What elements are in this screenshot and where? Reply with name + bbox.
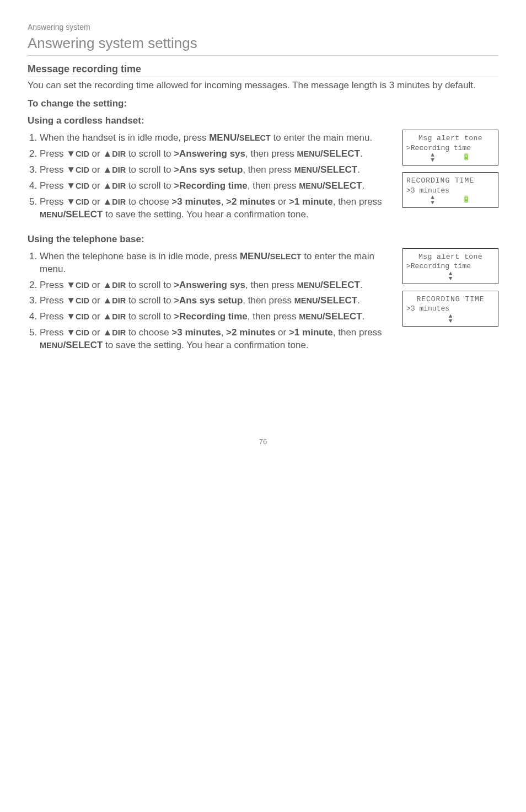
up-dir-key: ▲DIR: [103, 148, 126, 159]
text: When the handset is in idle mode, press: [40, 132, 209, 143]
text: to choose: [126, 327, 171, 338]
text: , then press: [243, 295, 294, 306]
text: to scroll to: [126, 148, 174, 159]
text: or: [89, 295, 103, 306]
text: , then press: [248, 311, 299, 322]
screen-line: Msg alert tone: [406, 133, 495, 143]
handset-step-5: Press ▼CID or ▲DIR to choose >3 minutes,…: [40, 196, 397, 221]
text: Press: [40, 295, 66, 306]
updown-arrow-icon: ▲ ▼: [431, 195, 434, 205]
text: , then press: [248, 180, 299, 191]
down-cid-key: ▼CID: [66, 164, 89, 175]
text: Press: [40, 196, 66, 207]
up-dir-key: ▲DIR: [103, 311, 126, 322]
ans-sys-setup-option: >Ans sys setup: [174, 164, 243, 175]
option-3min: >3 minutes: [171, 196, 221, 207]
text: to save the setting. You hear a confirma…: [103, 209, 308, 220]
base-step-1: When the telephone base is in idle mode,…: [40, 250, 397, 276]
down-cid-key: ▼CID: [66, 196, 89, 207]
text: Press: [40, 280, 66, 290]
section-heading: Message recording time: [28, 62, 498, 77]
page-number: 76: [28, 437, 498, 447]
text: , then press: [245, 148, 297, 159]
text: or: [89, 280, 103, 290]
handset-step-2: Press ▼CID or ▲DIR to scroll to >Answeri…: [40, 148, 397, 161]
handset-steps-list: When the handset is in idle mode, press …: [28, 132, 397, 221]
to-change-label: To change the setting:: [28, 98, 498, 110]
recording-time-option: >Recording time: [174, 311, 248, 322]
using-handset-label: Using a cordless handset:: [28, 115, 498, 127]
down-cid-key: ▼CID: [66, 295, 89, 306]
text: to scroll to: [126, 295, 174, 306]
option-3min: >3 minutes: [171, 327, 221, 338]
text: or: [89, 196, 103, 207]
using-base-label: Using the telephone base:: [28, 233, 498, 246]
text: .: [357, 164, 360, 175]
base-steps-list: When the telephone base is in idle mode,…: [28, 250, 397, 352]
text: .: [357, 295, 360, 306]
option-1min: >1 minute: [289, 327, 333, 338]
option-1min: >1 minute: [289, 196, 333, 207]
down-cid-key: ▼CID: [66, 180, 89, 191]
down-cid-key: ▼CID: [66, 311, 89, 322]
menu-select-key: MENU/SELECT: [240, 251, 302, 261]
menu-select-key: MENU/SELECT: [40, 340, 103, 350]
answering-sys-option: >Answering sys: [174, 148, 245, 159]
menu-select-key: MENU/SELECT: [297, 148, 360, 159]
text: Press: [40, 327, 66, 338]
updown-arrow-icon: ▲ ▼: [449, 271, 453, 281]
screen-line: RECORDING TIME: [406, 295, 495, 304]
ans-sys-setup-option: >Ans sys setup: [174, 295, 243, 306]
menu-select-key: MENU/SELECT: [40, 209, 103, 220]
handset-step-3: Press ▼CID or ▲DIR to scroll to >Ans sys…: [40, 164, 397, 177]
menu-select-key: MENU/SELECT: [299, 311, 362, 322]
text: Press: [40, 311, 66, 322]
menu-select-key: MENU/SELECT: [209, 132, 271, 143]
text: or: [89, 327, 103, 338]
text: , then press: [243, 164, 294, 175]
updown-arrow-icon: ▲ ▼: [449, 314, 453, 324]
base-step-4: Press ▼CID or ▲DIR to scroll to >Recordi…: [40, 311, 397, 323]
handset-screen-1: Msg alert tone >Recording time ▲ ▼ 🔋: [402, 130, 498, 165]
base-step-2: Press ▼CID or ▲DIR to scroll to >Answeri…: [40, 279, 397, 292]
handset-step-1: When the handset is in idle mode, press …: [40, 132, 397, 145]
up-dir-key: ▲DIR: [103, 196, 126, 207]
text: , then press: [245, 280, 297, 290]
menu-select-key: MENU/SELECT: [297, 280, 360, 290]
menu-select-key: MENU/SELECT: [294, 164, 357, 175]
base-step-3: Press ▼CID or ▲DIR to scroll to >Ans sys…: [40, 295, 397, 307]
text: to choose: [126, 196, 171, 207]
text: to scroll to: [126, 164, 174, 175]
text: .: [360, 280, 363, 290]
text: or: [89, 148, 103, 159]
text: .: [362, 311, 365, 322]
text: or: [275, 196, 289, 207]
menu-select-key: MENU/SELECT: [294, 295, 357, 306]
battery-icon: 🔋: [462, 195, 470, 205]
battery-icon: 🔋: [462, 153, 470, 163]
up-dir-key: ▲DIR: [103, 280, 126, 290]
breadcrumb: Answering system: [28, 22, 498, 33]
screen-line: >3 minutes: [406, 186, 495, 196]
updown-arrow-icon: ▲ ▼: [431, 153, 434, 163]
up-dir-key: ▲DIR: [103, 164, 126, 175]
down-cid-key: ▼CID: [66, 148, 89, 159]
text: to scroll to: [126, 311, 174, 322]
down-cid-key: ▼CID: [66, 327, 89, 338]
base-step-5: Press ▼CID or ▲DIR to choose >3 minutes,…: [40, 327, 397, 352]
text: or: [89, 164, 103, 175]
handset-screen-2: RECORDING TIME >3 minutes ▲ ▼ 🔋: [402, 172, 498, 208]
text: Press: [40, 180, 66, 191]
screen-line: Msg alert tone: [406, 252, 495, 262]
handset-step-4: Press ▼CID or ▲DIR to scroll to >Recordi…: [40, 180, 397, 193]
screen-line: RECORDING TIME: [406, 176, 495, 186]
text: to save the setting. You hear a confirma…: [103, 340, 308, 350]
text: , then press: [333, 327, 382, 338]
text: Press: [40, 148, 66, 159]
text: .: [362, 180, 365, 191]
intro-text: You can set the recording time allowed f…: [28, 79, 498, 92]
up-dir-key: ▲DIR: [103, 295, 126, 306]
text: or: [89, 311, 103, 322]
text: ,: [221, 196, 226, 207]
text: ,: [221, 327, 226, 338]
